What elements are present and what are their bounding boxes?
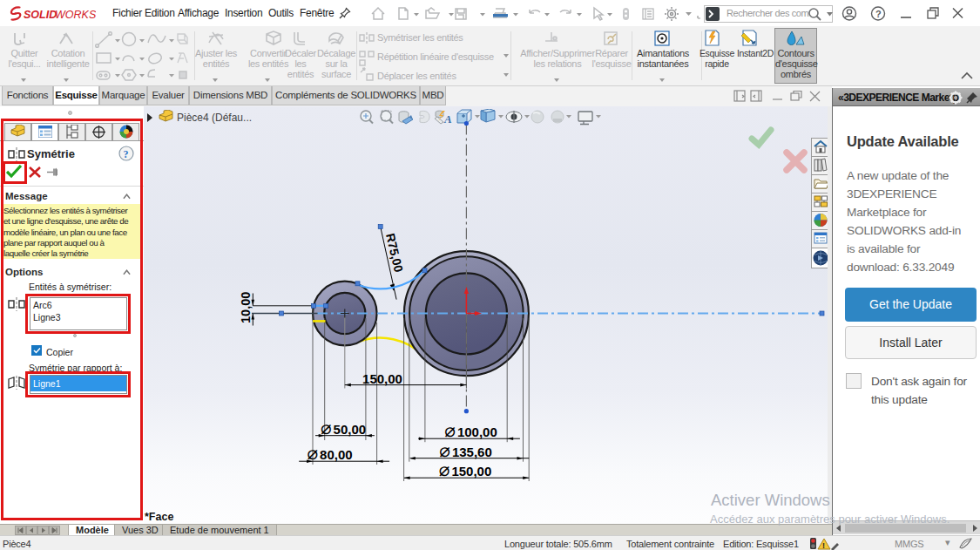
svg-text:!: ! [822, 541, 825, 550]
svg-text:150,00: 150,00 [362, 371, 402, 386]
svg-text:⌀100,00: ⌀100,00 [444, 420, 497, 440]
svg-text:?: ? [875, 9, 882, 19]
svg-text:10,00: 10,00 [239, 292, 253, 323]
svg-text:SOLID: SOLID [24, 9, 57, 21]
svg-text:WORKS: WORKS [55, 9, 96, 21]
svg-text:⌀150,00: ⌀150,00 [439, 459, 492, 479]
svg-text:⌀80,00: ⌀80,00 [307, 443, 352, 463]
svg-text:R75,00: R75,00 [383, 232, 406, 274]
svg-text:⌀135,60: ⌀135,60 [439, 440, 492, 460]
svg-text:⌀50,00: ⌀50,00 [321, 418, 366, 438]
